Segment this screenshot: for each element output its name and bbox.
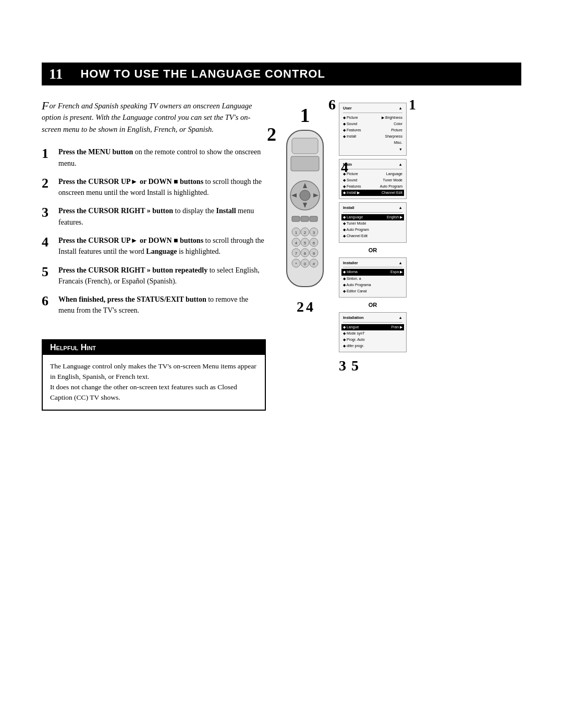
svg-text:4: 4 (295, 241, 298, 245)
svg-rect-9 (292, 216, 300, 221)
s4-row4: ◆ Editor Canal (343, 288, 402, 294)
step-6-text: When finished, press the STATUS/EXIT but… (58, 294, 266, 316)
svg-text:3: 3 (313, 230, 315, 235)
s5-row3: ◆ Progr. Auto (343, 337, 402, 343)
badge-6-overlay: 6 (328, 96, 336, 113)
screen-4-header: Installer ▲ (343, 261, 402, 268)
svg-rect-11 (310, 216, 317, 221)
step-1-text: Press the MENU button on the remote cont… (58, 146, 266, 169)
step-1-bold: Press the MENU button (58, 148, 133, 156)
badge-1-overlay: 1 (409, 96, 416, 113)
steps-container: 1 Press the MENU button on the remote co… (42, 146, 266, 323)
screen-1: User ▲ ◆ Picture▶ Brightness ◆ SoundColo… (339, 103, 407, 156)
screen-2-header: Main ▲ (343, 162, 402, 169)
screen-5: Installation ▲ ◆ LangueFran ▶ ◆ Mode syn… (339, 312, 407, 352)
step-6: 6 When finished, press the STATUS/EXIT b… (42, 294, 266, 316)
svg-rect-10 (301, 216, 309, 221)
screens-container: User ▲ ◆ Picture▶ Brightness ◆ SoundColo… (339, 100, 407, 374)
svg-text:9: 9 (313, 251, 315, 256)
hint-title: Helpful Hint (43, 340, 265, 355)
s2-row4-highlighted: ◆ Install ▶Channel Edit (341, 190, 404, 196)
hint-box: Helpful Hint The Language control only m… (42, 339, 266, 411)
svg-text:6: 6 (313, 241, 315, 245)
s5-row1-highlighted: ◆ LangueFran ▶ (341, 324, 404, 330)
svg-text:*: * (295, 262, 297, 266)
step-1: 1 Press the MENU button on the remote co… (42, 146, 266, 169)
s1-header-left: User (343, 106, 352, 112)
intro-text: or French and Spanish speaking TV owners… (42, 102, 252, 133)
step-6-bold: When finished, press the STATUS/EXIT but… (58, 295, 206, 303)
svg-text:#: # (313, 262, 315, 266)
chapter-title: How to Use the Language Control (70, 63, 521, 85)
screen-1-header: User ▲ (343, 106, 402, 113)
bottom-badges: 2 4 (297, 299, 313, 315)
remote-svg-container: 1 2 3 4 5 6 7 8 9 * 0 # (276, 128, 334, 297)
step-4-bold2: Language (146, 248, 177, 255)
screen-3-header: Install ▲ (343, 205, 402, 213)
step-2: 2 Press the CURSOR UP► or DOWN ■ buttons… (42, 176, 266, 199)
s4-row3: ◆ Auto Programa (343, 282, 402, 288)
s3-row3: ◆ Auto Program (343, 227, 402, 233)
s2-header-right: ▲ (399, 162, 402, 168)
badge-1: 1 (300, 105, 310, 125)
or-1: OR (339, 247, 407, 253)
screen-2: Main ▲ ◆ PictureLanguage ◆ SoundTuner Mo… (339, 159, 407, 199)
step-5-bold: Press the CURSOR RIGHT » button repeated… (58, 266, 207, 274)
step-4-number: 4 (42, 235, 53, 250)
step-5-text: Press the CURSOR RIGHT » button repeated… (58, 265, 266, 287)
drop-cap: F (42, 100, 48, 112)
s1-row4: ◆ InstallSharpness (343, 133, 402, 140)
step-1-number: 1 (42, 146, 53, 162)
page: 11 How to Use the Language Control For F… (0, 0, 563, 728)
badge-overlay-4: 4 (341, 159, 348, 176)
step-4-bold: Press the CURSOR UP► or DOWN ■ buttons (58, 237, 203, 244)
s1-row6: ▼ (343, 146, 402, 153)
s1-row3: ◆ FeaturesPicture (343, 127, 402, 133)
step-2-text: Press the CURSOR UP► or DOWN ■ buttons t… (58, 176, 266, 199)
svg-point-4 (300, 190, 310, 201)
s3-header-right: ▲ (399, 205, 402, 211)
s1-row5: Misc. (343, 140, 402, 146)
main-content: For French and Spanish speaking TV owner… (42, 100, 521, 411)
badge-3: 3 (339, 357, 346, 374)
svg-text:2: 2 (304, 230, 307, 235)
step-2-bold: Press the CURSOR UP► or DOWN ■ buttons (58, 178, 203, 186)
step-4-text: Press the CURSOR UP► or DOWN ■ buttons t… (58, 235, 266, 257)
svg-text:7: 7 (295, 251, 298, 256)
s4-header-left: Installer (343, 261, 358, 266)
right-column: 1 (282, 100, 448, 411)
chapter-number: 11 (42, 63, 70, 85)
remote-svg: 1 2 3 4 5 6 7 8 9 * 0 # (276, 128, 334, 294)
badge-overlay-2a: 2 (267, 124, 276, 145)
screen-3: Install ▲ ◆ LanguageEnglish ▶ ◆ Tuner Mo… (339, 202, 407, 242)
step-4: 4 Press the CURSOR UP► or DOWN ■ buttons… (42, 235, 266, 257)
s5-header-right: ▲ (399, 315, 402, 321)
svg-rect-2 (291, 156, 319, 171)
hint-content: The Language control only makes the TV's… (43, 355, 265, 410)
badge-2b: 2 (297, 299, 304, 315)
s3-row2: ◆ Tuner Mode (343, 220, 402, 227)
step-6-number: 6 (42, 294, 53, 309)
step-numbers-left: 1 (276, 100, 334, 315)
chapter-header: 11 How to Use the Language Control (42, 63, 521, 85)
chapter-title-text: How to Use the Language Control (80, 67, 325, 81)
intro-paragraph: For French and Spanish speaking TV owner… (42, 100, 266, 135)
step-3-bold: Press the CURSOR RIGHT » button (58, 207, 173, 215)
s4-row2: ◆ Sinton. a (343, 276, 402, 282)
svg-text:8: 8 (304, 251, 307, 256)
step-5: 5 Press the CURSOR RIGHT » button repeat… (42, 265, 266, 287)
step-3-number: 3 (42, 205, 53, 220)
illustration-wrapper: 1 (276, 100, 454, 374)
s5-row2: ◆ Mode synT (343, 330, 402, 337)
or-2: OR (339, 302, 407, 308)
screen-5-header: Installation ▲ (343, 315, 402, 323)
s3-header-left: Install (343, 205, 354, 211)
left-column: For French and Spanish speaking TV owner… (42, 100, 266, 411)
s2-row2: ◆ SoundTuner Mode (343, 177, 402, 183)
s3-row4: ◆ Channel Edit (343, 233, 402, 239)
step-3-bold2: Install (216, 207, 236, 215)
svg-text:1: 1 (295, 230, 298, 235)
svg-text:0: 0 (304, 262, 307, 266)
step-5-number: 5 (42, 265, 53, 280)
s3-row1-highlighted: ◆ LanguageEnglish ▶ (341, 214, 404, 220)
